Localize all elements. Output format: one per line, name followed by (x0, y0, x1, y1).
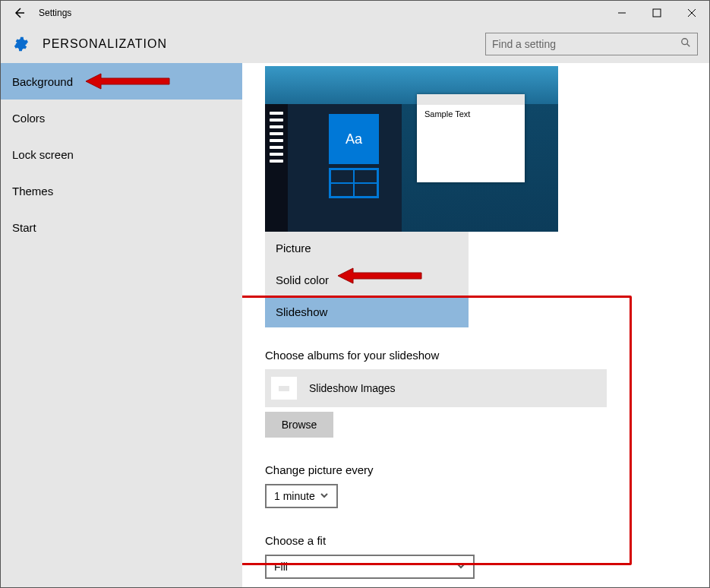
preview-grid-tile (329, 168, 379, 198)
sidebar-item-label: Start (12, 221, 36, 234)
close-button[interactable] (674, 1, 709, 25)
titlebar: Settings (1, 1, 709, 25)
background-option-picture[interactable]: Picture (265, 232, 469, 264)
option-label: Solid color (276, 273, 329, 286)
sidebar-item-label: Background (12, 75, 73, 88)
annotation-arrow-slideshow (334, 264, 425, 287)
sidebar-item-start[interactable]: Start (1, 209, 242, 245)
preview-tile-text: Aa (346, 131, 362, 147)
svg-rect-0 (653, 9, 661, 17)
desktop-preview: Aa Sample Text (265, 66, 558, 232)
sidebar-item-lock-screen[interactable]: Lock screen (1, 136, 242, 172)
sidebar-item-colors[interactable]: Colors (1, 100, 242, 136)
search-icon (680, 37, 691, 51)
back-button[interactable] (1, 1, 37, 25)
content-area: Aa Sample Text Picture Solid color Slide… (242, 63, 709, 587)
sidebar-item-themes[interactable]: Themes (1, 172, 242, 209)
search-box[interactable] (485, 33, 698, 55)
window-title: Settings (39, 8, 71, 18)
annotation-frame (242, 296, 632, 565)
page-title: PERSONALIZATION (43, 37, 167, 51)
svg-point-1 (682, 39, 688, 45)
sidebar: Background Colors Lock screen Themes Sta… (1, 63, 242, 587)
preview-tile: Aa (329, 114, 379, 164)
search-input[interactable] (492, 38, 680, 50)
annotation-arrow-background (82, 70, 173, 93)
maximize-button[interactable] (639, 1, 674, 25)
preview-sample-window: Sample Text (417, 94, 525, 182)
gear-icon (12, 36, 29, 52)
minimize-button[interactable] (604, 1, 639, 25)
sidebar-item-label: Colors (12, 112, 45, 125)
option-label: Picture (276, 242, 311, 254)
sidebar-item-label: Themes (12, 185, 53, 198)
sidebar-item-label: Lock screen (12, 148, 74, 161)
preview-sample-text: Sample Text (417, 105, 525, 123)
page-header: PERSONALIZATION (1, 25, 709, 63)
